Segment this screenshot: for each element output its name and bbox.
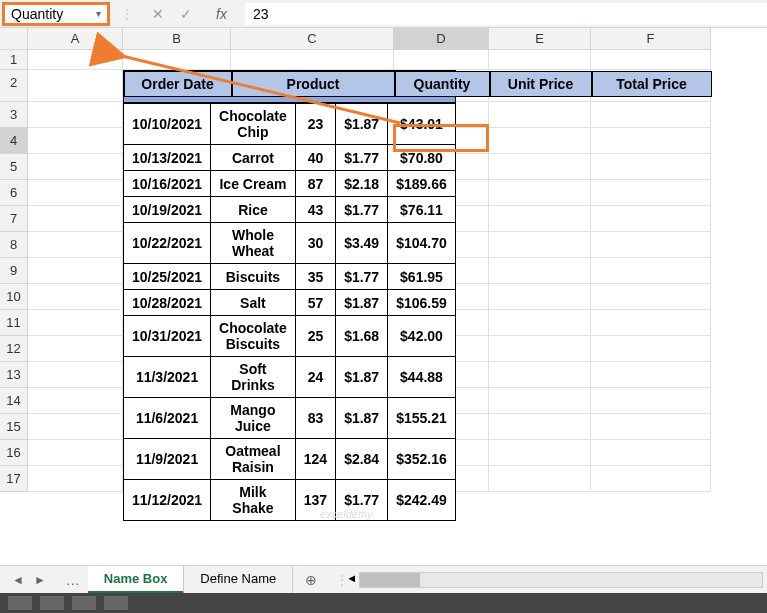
cell[interactable]	[489, 206, 591, 232]
table-cell[interactable]: $70.80	[388, 145, 456, 171]
column-header[interactable]: F	[591, 28, 711, 49]
table-cell[interactable]: Soft Drinks	[211, 357, 296, 398]
table-cell[interactable]: Milk Shake	[211, 480, 296, 521]
row-header[interactable]: 8	[0, 232, 27, 258]
cell[interactable]	[28, 258, 123, 284]
table-cell[interactable]: Oatmeal Raisin	[211, 439, 296, 480]
cell[interactable]	[489, 128, 591, 154]
table-header-cell[interactable]: Total Price	[592, 71, 712, 97]
cell[interactable]	[489, 232, 591, 258]
cell[interactable]	[28, 180, 123, 206]
cell[interactable]	[591, 180, 711, 206]
cell[interactable]	[394, 50, 489, 70]
table-cell[interactable]: 10/13/2021	[124, 145, 211, 171]
row-header[interactable]: 16	[0, 440, 27, 466]
table-cell[interactable]: 10/16/2021	[124, 171, 211, 197]
row-header[interactable]: 3	[0, 102, 27, 128]
cell[interactable]	[489, 466, 591, 492]
row-header[interactable]: 15	[0, 414, 27, 440]
table-cell[interactable]: $189.66	[388, 171, 456, 197]
table-cell[interactable]: $1.87	[336, 104, 388, 145]
table-cell[interactable]: $1.77	[336, 480, 388, 521]
cell[interactable]	[28, 206, 123, 232]
table-cell[interactable]: 11/12/2021	[124, 480, 211, 521]
cell[interactable]	[28, 284, 123, 310]
table-cell[interactable]: 11/3/2021	[124, 357, 211, 398]
table-cell[interactable]: Whole Wheat	[211, 223, 296, 264]
table-cell[interactable]: $1.77	[336, 197, 388, 223]
cancel-icon[interactable]: ✕	[152, 6, 164, 22]
cell[interactable]	[591, 206, 711, 232]
table-cell[interactable]: 40	[295, 145, 335, 171]
cell[interactable]	[28, 232, 123, 258]
table-header-cell[interactable]: Product	[232, 71, 395, 97]
tab-first-icon[interactable]: ◄	[12, 573, 24, 587]
cell[interactable]	[489, 362, 591, 388]
table-cell[interactable]: 30	[295, 223, 335, 264]
cell[interactable]	[591, 440, 711, 466]
table-cell[interactable]: Salt	[211, 290, 296, 316]
cell[interactable]	[591, 388, 711, 414]
cell[interactable]	[28, 70, 123, 102]
cell[interactable]	[591, 284, 711, 310]
table-cell[interactable]: 10/10/2021	[124, 104, 211, 145]
scrollbar-thumb[interactable]	[360, 573, 420, 587]
cell[interactable]	[489, 414, 591, 440]
cell[interactable]	[489, 180, 591, 206]
table-cell[interactable]: $2.84	[336, 439, 388, 480]
cell[interactable]	[489, 154, 591, 180]
cell[interactable]	[591, 50, 711, 70]
cell[interactable]	[591, 414, 711, 440]
fx-icon[interactable]: fx	[216, 6, 227, 22]
cell[interactable]	[591, 258, 711, 284]
row-header[interactable]: 2	[0, 70, 27, 102]
cell[interactable]	[591, 128, 711, 154]
cell[interactable]	[28, 154, 123, 180]
cell[interactable]	[28, 466, 123, 492]
table-cell[interactable]: Ice Cream	[211, 171, 296, 197]
table-cell[interactable]: 124	[295, 439, 335, 480]
cell[interactable]	[28, 440, 123, 466]
table-header-cell[interactable]: Order Date	[124, 71, 232, 97]
table-cell[interactable]: $155.21	[388, 398, 456, 439]
enter-icon[interactable]: ✓	[180, 6, 192, 22]
table-cell[interactable]: 24	[295, 357, 335, 398]
table-cell[interactable]: 10/28/2021	[124, 290, 211, 316]
table-cell[interactable]: 23	[295, 104, 335, 145]
table-cell[interactable]: Mango Juice	[211, 398, 296, 439]
table-cell[interactable]: $104.70	[388, 223, 456, 264]
table-cell[interactable]: $42.00	[388, 316, 456, 357]
scroll-left-icon[interactable]: ◄	[346, 572, 357, 584]
table-cell[interactable]: 87	[295, 171, 335, 197]
cell[interactable]	[28, 128, 123, 154]
column-header[interactable]: B	[123, 28, 231, 49]
cell[interactable]	[489, 258, 591, 284]
table-cell[interactable]: 43	[295, 197, 335, 223]
table-cell[interactable]: Chocolate Biscuits	[211, 316, 296, 357]
table-cell[interactable]: $1.77	[336, 145, 388, 171]
table-cell[interactable]: $1.87	[336, 290, 388, 316]
cell[interactable]	[591, 310, 711, 336]
cell[interactable]	[591, 336, 711, 362]
cell[interactable]	[489, 388, 591, 414]
table-cell[interactable]: 25	[295, 316, 335, 357]
column-header[interactable]: C	[231, 28, 394, 49]
row-header[interactable]: 17	[0, 466, 27, 492]
cell[interactable]	[28, 50, 123, 70]
formula-input[interactable]: 23	[245, 3, 767, 25]
column-header[interactable]: A	[28, 28, 123, 49]
row-header[interactable]: 11	[0, 310, 27, 336]
cell[interactable]	[28, 336, 123, 362]
row-header[interactable]: 9	[0, 258, 27, 284]
cell[interactable]	[489, 440, 591, 466]
table-cell[interactable]: 10/31/2021	[124, 316, 211, 357]
cell[interactable]	[28, 362, 123, 388]
table-cell[interactable]: Rice	[211, 197, 296, 223]
table-cell[interactable]: $352.16	[388, 439, 456, 480]
table-cell[interactable]: Chocolate Chip	[211, 104, 296, 145]
table-cell[interactable]: 10/19/2021	[124, 197, 211, 223]
table-cell[interactable]: $2.18	[336, 171, 388, 197]
row-header[interactable]: 4	[0, 128, 27, 154]
row-header[interactable]: 1	[0, 50, 27, 70]
table-cell[interactable]: $43.01	[388, 104, 456, 145]
